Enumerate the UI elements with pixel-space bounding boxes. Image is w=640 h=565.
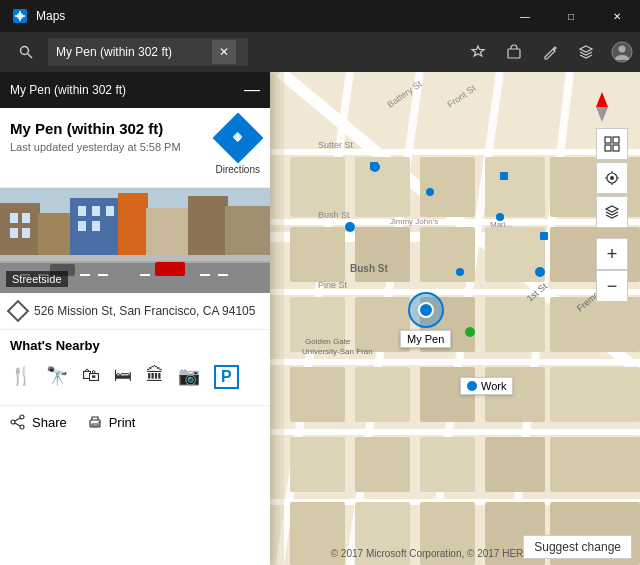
share-label: Share: [32, 415, 67, 430]
svg-rect-101: [92, 221, 100, 231]
nearby-camera[interactable]: 📷: [178, 365, 200, 389]
svg-rect-94: [22, 213, 30, 223]
svg-point-113: [11, 420, 15, 424]
favorites-icon[interactable]: [460, 34, 496, 70]
address-icon: [7, 300, 30, 323]
svg-rect-75: [613, 137, 619, 143]
directions-icon: [212, 113, 263, 164]
suggest-change-button[interactable]: Suggest change: [523, 535, 632, 559]
svg-rect-4: [508, 49, 520, 58]
nearby-sightseeing[interactable]: 🔭: [46, 365, 68, 389]
side-panel: My Pen (within 302 ft) — My Pen (within …: [0, 72, 270, 565]
directions-label: Directions: [216, 164, 260, 175]
svg-point-59: [426, 188, 434, 196]
marker-outer-circle: [408, 292, 444, 328]
svg-rect-39: [420, 437, 475, 492]
svg-rect-100: [78, 221, 86, 231]
svg-text:Golden Gate: Golden Gate: [305, 337, 351, 346]
svg-rect-33: [290, 367, 345, 422]
title-bar: Maps — □ ✕: [0, 0, 640, 32]
address-text: 526 Mission St, San Francisco, CA 94105: [34, 304, 255, 318]
maximize-button[interactable]: □: [548, 0, 594, 32]
svg-rect-49: [550, 437, 640, 492]
layers-icon[interactable]: [568, 34, 604, 70]
svg-text:Bush St: Bush St: [318, 210, 350, 220]
layers-button[interactable]: [596, 196, 628, 228]
location-info: My Pen (within 302 ft) Last updated yest…: [0, 108, 270, 188]
streetside-label: Streetside: [6, 271, 68, 287]
print-button[interactable]: Print: [87, 414, 136, 430]
address-row: 526 Mission St, San Francisco, CA 94105: [0, 293, 270, 330]
svg-rect-47: [550, 297, 640, 352]
work-label: Work: [481, 380, 506, 392]
nearby-parking[interactable]: P: [214, 365, 239, 389]
svg-point-79: [610, 176, 614, 180]
location-button[interactable]: [596, 162, 628, 194]
map-copyright: © 2017 Microsoft Corporation, © 2017 HER…: [331, 548, 530, 559]
svg-rect-23: [420, 157, 475, 217]
panel-header-title: My Pen (within 302 ft): [10, 83, 126, 97]
north-arrow-down: [596, 107, 608, 122]
svg-line-3: [28, 54, 33, 59]
user-avatar[interactable]: [604, 34, 640, 70]
svg-rect-95: [10, 228, 18, 238]
app-icon: [12, 8, 28, 24]
svg-text:Pine St: Pine St: [318, 280, 348, 290]
minimize-button[interactable]: —: [502, 0, 548, 32]
nearby-title: What's Nearby: [10, 338, 260, 353]
svg-rect-99: [106, 206, 114, 216]
svg-point-2: [21, 47, 29, 55]
location-name: My Pen (within 302 ft): [10, 120, 181, 137]
svg-point-65: [345, 222, 355, 232]
svg-rect-51: [270, 72, 284, 565]
map-controls: + −: [596, 92, 628, 302]
print-label: Print: [109, 415, 136, 430]
zoom-out-button[interactable]: −: [596, 270, 628, 302]
svg-rect-21: [290, 157, 345, 217]
search-toolbar-icon[interactable]: [8, 34, 44, 70]
clear-search-button[interactable]: ✕: [212, 40, 236, 64]
app-toolbar: ✕: [0, 32, 640, 72]
svg-rect-117: [92, 424, 98, 426]
svg-point-118: [98, 422, 100, 424]
search-input[interactable]: [56, 45, 206, 59]
svg-rect-63: [500, 172, 508, 180]
app-title: Maps: [36, 9, 65, 23]
svg-rect-38: [355, 437, 410, 492]
nearby-hotel[interactable]: 🛏: [114, 365, 132, 389]
svg-rect-40: [485, 437, 545, 492]
actions-row: Share Print: [0, 405, 270, 438]
work-marker: Work: [460, 377, 513, 395]
nearby-section: What's Nearby 🍴 🔭 🛍 🛏 🏛 📷 P: [0, 330, 270, 401]
streetside-image[interactable]: Streetside: [0, 188, 270, 293]
pen-icon[interactable]: [532, 34, 568, 70]
svg-text:Bush St: Bush St: [350, 263, 388, 274]
work-dot: [467, 381, 477, 391]
nearby-bank[interactable]: 🏛: [146, 365, 164, 389]
svg-rect-76: [605, 145, 611, 151]
collections-icon[interactable]: [496, 34, 532, 70]
svg-point-61: [456, 268, 464, 276]
svg-line-115: [15, 423, 20, 426]
nearby-icons-row: 🍴 🔭 🛍 🛏 🏛 📷 P: [10, 361, 260, 393]
search-bar[interactable]: ✕: [48, 38, 248, 66]
svg-line-114: [15, 418, 20, 421]
nearby-shopping[interactable]: 🛍: [82, 365, 100, 389]
zoom-in-button[interactable]: +: [596, 238, 628, 270]
svg-rect-27: [420, 227, 475, 282]
directions-button[interactable]: Directions: [216, 120, 260, 175]
svg-rect-62: [370, 162, 378, 170]
svg-rect-74: [605, 137, 611, 143]
nearby-restaurant[interactable]: 🍴: [10, 365, 32, 389]
zoom-controls: + −: [596, 238, 628, 302]
close-button[interactable]: ✕: [594, 0, 640, 32]
svg-rect-110: [155, 262, 185, 276]
svg-text:Jimmy John's: Jimmy John's: [390, 217, 438, 226]
panel-minimize-button[interactable]: —: [244, 82, 260, 98]
share-button[interactable]: Share: [10, 414, 67, 430]
svg-rect-96: [22, 228, 30, 238]
svg-rect-25: [290, 227, 345, 282]
layer-toggle-button[interactable]: [596, 128, 628, 160]
marker-inner-circle: [418, 302, 434, 318]
svg-point-6: [619, 46, 626, 53]
